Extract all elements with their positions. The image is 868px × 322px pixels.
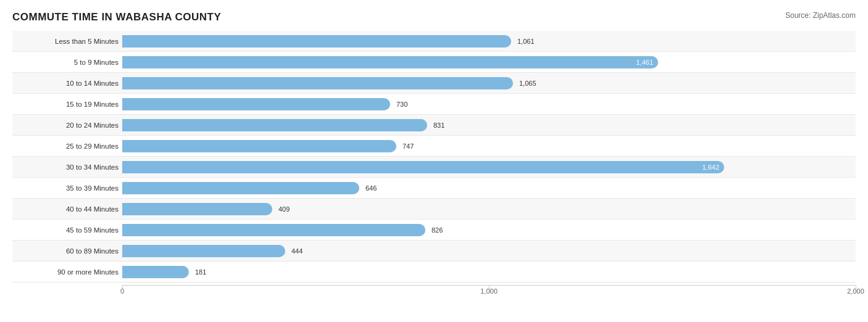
bar-value: 826	[432, 226, 443, 234]
bar-label: 45 to 59 Minutes	[12, 226, 122, 234]
x-tick-label: 0	[120, 287, 124, 295]
bar-row: Less than 5 Minutes1,061	[12, 31, 856, 52]
bar-label: 30 to 34 Minutes	[12, 163, 122, 171]
chart-body: Less than 5 Minutes1,0615 to 9 Minutes1,…	[12, 31, 856, 283]
bar-label: 20 to 24 Minutes	[12, 122, 122, 129]
bar	[122, 140, 396, 152]
bar: 1,461	[122, 56, 658, 68]
bar-area: 831	[122, 115, 856, 135]
bar-area: 646	[122, 178, 856, 198]
bar-area: 1,061	[122, 31, 856, 51]
bar-row: 10 to 14 Minutes1,065	[12, 73, 856, 94]
bar-label: Less than 5 Minutes	[12, 38, 122, 45]
bar	[122, 119, 427, 131]
bar-area: 1,065	[122, 73, 856, 93]
x-tick-label: 1,000	[480, 287, 498, 295]
bar-value: 1,642	[702, 163, 719, 171]
chart-container: COMMUTE TIME IN WABASHA COUNTY Source: Z…	[0, 0, 868, 322]
bar-area: 826	[122, 220, 856, 240]
bar-row: 40 to 44 Minutes409	[12, 199, 856, 220]
bar-value: 747	[403, 142, 414, 150]
bar	[122, 98, 390, 110]
bar	[122, 245, 285, 257]
bar-label: 60 to 89 Minutes	[12, 247, 122, 255]
bar-label: 10 to 14 Minutes	[12, 80, 122, 87]
bar-value: 444	[291, 247, 303, 255]
bar-value: 181	[195, 268, 206, 276]
bar-value: 646	[365, 184, 377, 192]
bar	[122, 77, 513, 89]
bar-row: 15 to 19 Minutes730	[12, 94, 856, 115]
bar-label: 35 to 39 Minutes	[12, 184, 122, 192]
bar-row: 90 or more Minutes181	[12, 262, 856, 283]
bar-value: 1,061	[517, 38, 535, 45]
bar-area: 1,461	[122, 52, 856, 72]
bar	[122, 182, 359, 194]
bar-value: 1,065	[519, 80, 536, 87]
bar-label: 5 to 9 Minutes	[12, 59, 122, 66]
bar-row: 45 to 59 Minutes826	[12, 220, 856, 241]
bar-label: 15 to 19 Minutes	[12, 101, 122, 108]
bar-value: 409	[278, 205, 290, 213]
bar-area: 747	[122, 136, 856, 156]
bar-area: 1,642	[122, 157, 856, 177]
bar-label: 90 or more Minutes	[12, 268, 122, 276]
bar-row: 60 to 89 Minutes444	[12, 241, 856, 262]
chart-header: COMMUTE TIME IN WABASHA COUNTY Source: Z…	[12, 11, 856, 23]
bar	[122, 203, 272, 215]
bar-area: 444	[122, 241, 856, 261]
bar-area: 409	[122, 199, 856, 219]
chart-title: COMMUTE TIME IN WABASHA COUNTY	[12, 11, 221, 23]
bar-value: 831	[433, 122, 444, 129]
bar-value: 730	[396, 101, 407, 108]
bar-row: 5 to 9 Minutes1,461	[12, 52, 856, 73]
bar-row: 25 to 29 Minutes747	[12, 136, 856, 157]
bar	[122, 224, 425, 236]
bar: 1,642	[122, 161, 724, 173]
bar-area: 730	[122, 94, 856, 114]
bar	[122, 266, 189, 278]
x-axis: 01,0002,000	[122, 285, 856, 299]
chart-source: Source: ZipAtlas.com	[785, 11, 856, 20]
bar-row: 30 to 34 Minutes1,642	[12, 157, 856, 178]
bar	[122, 35, 511, 47]
bar-value: 1,461	[636, 59, 653, 66]
x-tick-label: 2,000	[847, 287, 864, 295]
bar-label: 25 to 29 Minutes	[12, 142, 122, 150]
bar-label: 40 to 44 Minutes	[12, 205, 122, 213]
bar-row: 20 to 24 Minutes831	[12, 115, 856, 136]
bar-row: 35 to 39 Minutes646	[12, 178, 856, 199]
bar-area: 181	[122, 262, 856, 282]
